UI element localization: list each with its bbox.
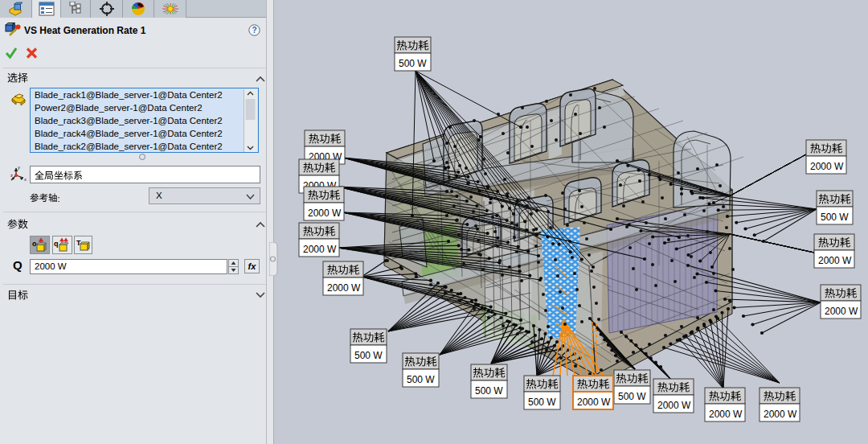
svg-text:2000 W: 2000 W bbox=[810, 161, 844, 172]
svg-text:q: q bbox=[54, 240, 59, 248]
svg-text:2000 W: 2000 W bbox=[308, 208, 342, 219]
svg-text:2000 W: 2000 W bbox=[709, 409, 743, 420]
svg-text:z: z bbox=[10, 173, 13, 178]
svg-text:2000 W: 2000 W bbox=[764, 409, 797, 420]
svg-text:500 W: 500 W bbox=[475, 385, 503, 397]
svg-text:2000 W: 2000 W bbox=[577, 397, 611, 408]
svg-text:500 W: 500 W bbox=[618, 391, 646, 402]
svg-text:500 W: 500 W bbox=[354, 350, 383, 361]
svg-text:y: y bbox=[18, 166, 20, 170]
svg-text:500 W: 500 W bbox=[821, 212, 849, 223]
svg-text:?: ? bbox=[252, 26, 256, 35]
svg-text:2000 W: 2000 W bbox=[825, 306, 858, 317]
svg-text:o: o bbox=[32, 240, 37, 248]
svg-text:500 W: 500 W bbox=[528, 397, 556, 408]
svg-text:2000 W: 2000 W bbox=[657, 400, 691, 411]
svg-text:x: x bbox=[24, 177, 27, 182]
svg-text:500 W: 500 W bbox=[399, 58, 427, 69]
svg-text:2000 W: 2000 W bbox=[327, 282, 361, 294]
svg-text:2000 W: 2000 W bbox=[818, 255, 852, 266]
svg-text:500 W: 500 W bbox=[407, 374, 435, 385]
svg-text:2000 W: 2000 W bbox=[303, 244, 337, 255]
